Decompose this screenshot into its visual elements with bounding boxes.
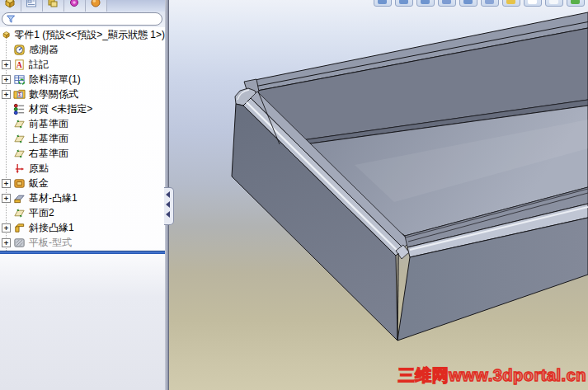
sensors-icon xyxy=(13,44,26,56)
tree-item-sensors[interactable]: 感測器 xyxy=(0,42,165,57)
tree-item-label: 鈑金 xyxy=(29,176,49,190)
flatpattern-icon xyxy=(13,237,26,249)
sheet-metal-tray-model xyxy=(232,12,588,341)
expander-plus-icon[interactable]: + xyxy=(2,238,11,247)
tree-root-label: 零件1 (預設<<預設>_顯示狀態 1>) xyxy=(14,28,165,42)
collapse-arrow-icon xyxy=(166,211,170,218)
feature-tree-items: 感測器+註記+除料清單(1)+數學關係式材質 <未指定>前基準面上基準面右基準面… xyxy=(0,42,165,250)
tree-item-origin[interactable]: 原點 xyxy=(0,161,165,176)
featuremanager-design-tree-tab[interactable] xyxy=(0,0,21,12)
miterflange-icon xyxy=(13,222,26,234)
configurationmanager-tab[interactable] xyxy=(43,0,64,12)
filter-row xyxy=(0,12,165,27)
collapse-arrow-icon xyxy=(166,191,170,198)
tree-item-equations[interactable]: +數學關係式 xyxy=(0,87,165,101)
tree-item-label: 基材-凸緣1 xyxy=(29,191,78,205)
tree-item-label: 斜接凸緣1 xyxy=(29,221,74,235)
plane-icon xyxy=(13,148,26,160)
tree-item-label: 原點 xyxy=(29,162,49,176)
collapse-arrow-icon xyxy=(166,201,170,208)
displaymanager-tab[interactable] xyxy=(86,0,107,12)
plane-icon xyxy=(13,133,26,145)
tree-item-front-plane[interactable]: 前基準面 xyxy=(0,116,165,131)
tree-item-label: 平面2 xyxy=(29,206,54,220)
sheetmetal-icon xyxy=(13,177,26,190)
feature-tree: 零件1 (預設<<預設>_顯示狀態 1>) 感測器+註記+除料清單(1)+數學關… xyxy=(0,27,165,254)
displaymanager-icon xyxy=(89,0,102,9)
expander-plus-icon[interactable]: + xyxy=(2,75,11,84)
cutlist-icon xyxy=(13,73,26,86)
tree-item-label: 平板-型式 xyxy=(29,236,72,250)
featuremanager-design-tree-icon xyxy=(3,0,16,9)
feature-manager-tab-bar xyxy=(0,0,165,12)
tree-item-label: 註記 xyxy=(29,58,49,72)
tree-item-base-flange1[interactable]: +基材-凸緣1 xyxy=(0,190,165,205)
tree-item-cut-list[interactable]: +除料清單(1) xyxy=(0,72,165,87)
expander-plus-icon[interactable]: + xyxy=(2,60,11,69)
tree-item-material[interactable]: 材質 <未指定> xyxy=(0,101,165,116)
graphics-viewport[interactable]: 三维网www.3dportal.cn xyxy=(169,0,588,390)
model-3d-view[interactable] xyxy=(169,0,588,390)
solidworks-window: 零件1 (預設<<預設>_顯示狀態 1>) 感測器+註記+除料清單(1)+數學關… xyxy=(0,0,588,390)
filter-funnel-icon xyxy=(6,14,16,25)
material-icon xyxy=(13,103,26,115)
expander-plus-icon[interactable]: + xyxy=(2,90,11,99)
tree-item-label: 前基準面 xyxy=(29,117,68,131)
tree-item-label: 上基準面 xyxy=(29,132,68,146)
expander-plus-icon[interactable]: + xyxy=(2,179,11,188)
tree-root-item[interactable]: 零件1 (預設<<預設>_顯示狀態 1>) xyxy=(0,27,165,42)
feature-manager-panel: 零件1 (預設<<預設>_顯示狀態 1>) 感測器+註記+除料清單(1)+數學關… xyxy=(0,0,165,390)
propertymanager-tab[interactable] xyxy=(21,0,43,12)
expander-plus-icon[interactable]: + xyxy=(2,194,11,203)
tree-item-label: 材質 <未指定> xyxy=(29,102,92,116)
dimxpertmanager-tab[interactable] xyxy=(64,0,86,12)
tree-item-label: 感測器 xyxy=(29,43,59,57)
equations-icon xyxy=(13,88,26,101)
dimxpertmanager-icon xyxy=(68,0,81,9)
tree-item-miter-flange1[interactable]: +斜接凸緣1 xyxy=(0,220,165,235)
expander-plus-icon[interactable]: + xyxy=(2,223,11,233)
propertymanager-icon xyxy=(25,0,38,9)
tree-item-plane2[interactable]: 平面2 xyxy=(0,205,165,220)
configurationmanager-icon xyxy=(46,0,59,9)
plane-icon xyxy=(13,118,26,130)
tree-item-right-plane[interactable]: 右基準面 xyxy=(0,146,165,161)
panel-collapse-handle[interactable] xyxy=(164,187,174,225)
tree-item-sheet-metal[interactable]: +鈑金 xyxy=(0,176,165,190)
tree-item-flat-pattern[interactable]: +平板-型式 xyxy=(0,235,165,250)
tree-item-label: 除料清單(1) xyxy=(29,73,81,87)
tree-item-label: 右基準面 xyxy=(29,147,68,161)
tree-item-label: 數學關係式 xyxy=(29,87,78,101)
plane-icon xyxy=(13,207,26,219)
origin-icon xyxy=(13,162,26,175)
watermark-text: 三维网www.3dportal.cn xyxy=(398,364,586,387)
tree-item-annotations[interactable]: +註記 xyxy=(0,57,165,72)
annotations-icon xyxy=(13,59,26,71)
part-icon xyxy=(2,28,11,41)
baseflange-icon xyxy=(13,192,26,204)
tree-filter-input[interactable] xyxy=(2,12,162,26)
tree-item-top-plane[interactable]: 上基準面 xyxy=(0,131,165,146)
rollback-bar[interactable] xyxy=(0,251,165,254)
